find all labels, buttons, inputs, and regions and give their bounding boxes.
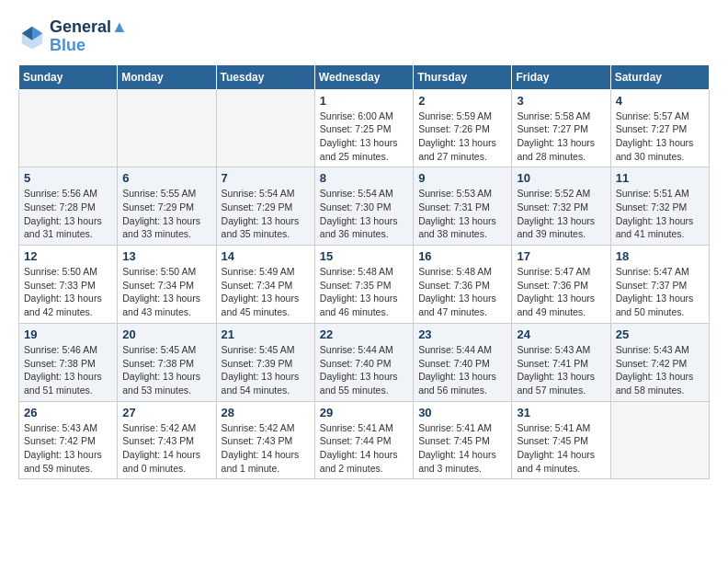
day-number: 5 — [24, 171, 112, 185]
day-number: 25 — [616, 327, 704, 341]
calendar-cell: 13Sunrise: 5:50 AM Sunset: 7:34 PM Dayli… — [118, 246, 216, 324]
day-info: Sunrise: 5:56 AM Sunset: 7:28 PM Dayligh… — [24, 187, 112, 241]
calendar-cell: 10Sunrise: 5:52 AM Sunset: 7:32 PM Dayli… — [512, 167, 610, 246]
day-info: Sunrise: 5:42 AM Sunset: 7:43 PM Dayligh… — [122, 421, 210, 476]
day-info: Sunrise: 5:48 AM Sunset: 7:36 PM Dayligh… — [418, 265, 506, 319]
logo: General▲ Blue — [18, 18, 128, 55]
day-number: 11 — [616, 171, 704, 185]
day-info: Sunrise: 5:43 AM Sunset: 7:42 PM Dayligh… — [616, 343, 704, 397]
day-info: Sunrise: 5:51 AM Sunset: 7:32 PM Dayligh… — [616, 187, 704, 241]
calendar-cell: 29Sunrise: 5:41 AM Sunset: 7:44 PM Dayli… — [314, 401, 413, 479]
calendar-cell: 25Sunrise: 5:43 AM Sunset: 7:42 PM Dayli… — [610, 323, 709, 401]
day-info: Sunrise: 5:44 AM Sunset: 7:40 PM Dayligh… — [418, 343, 506, 397]
calendar-cell — [118, 89, 216, 167]
day-info: Sunrise: 5:45 AM Sunset: 7:39 PM Dayligh… — [222, 343, 310, 397]
calendar-cell: 5Sunrise: 5:56 AM Sunset: 7:28 PM Daylig… — [19, 167, 118, 246]
logo-icon — [18, 23, 46, 51]
calendar-cell: 12Sunrise: 5:50 AM Sunset: 7:33 PM Dayli… — [19, 246, 118, 324]
day-number: 19 — [24, 327, 112, 341]
calendar-cell: 28Sunrise: 5:42 AM Sunset: 7:43 PM Dayli… — [216, 401, 314, 479]
day-number: 1 — [320, 94, 408, 108]
day-number: 27 — [122, 406, 210, 419]
calendar-cell: 9Sunrise: 5:53 AM Sunset: 7:31 PM Daylig… — [414, 167, 512, 246]
day-info: Sunrise: 5:50 AM Sunset: 7:33 PM Dayligh… — [24, 265, 112, 319]
day-info: Sunrise: 5:41 AM Sunset: 7:45 PM Dayligh… — [517, 421, 605, 476]
day-info: Sunrise: 5:48 AM Sunset: 7:35 PM Dayligh… — [320, 265, 408, 319]
calendar-cell: 7Sunrise: 5:54 AM Sunset: 7:29 PM Daylig… — [216, 167, 314, 246]
day-info: Sunrise: 5:57 AM Sunset: 7:27 PM Dayligh… — [616, 109, 704, 164]
day-number: 7 — [222, 171, 310, 185]
col-header-monday: Monday — [118, 64, 216, 89]
day-info: Sunrise: 5:41 AM Sunset: 7:45 PM Dayligh… — [418, 421, 506, 476]
day-number: 12 — [24, 249, 112, 263]
day-info: Sunrise: 5:59 AM Sunset: 7:26 PM Dayligh… — [418, 109, 506, 164]
day-info: Sunrise: 5:41 AM Sunset: 7:44 PM Dayligh… — [320, 421, 408, 476]
calendar-cell: 4Sunrise: 5:57 AM Sunset: 7:27 PM Daylig… — [610, 89, 709, 167]
day-info: Sunrise: 5:47 AM Sunset: 7:37 PM Dayligh… — [616, 265, 704, 319]
day-info: Sunrise: 5:52 AM Sunset: 7:32 PM Dayligh… — [517, 187, 605, 241]
calendar-cell — [610, 401, 709, 479]
day-info: Sunrise: 5:49 AM Sunset: 7:34 PM Dayligh… — [222, 265, 310, 319]
calendar-cell — [216, 89, 314, 167]
day-info: Sunrise: 5:42 AM Sunset: 7:43 PM Dayligh… — [222, 421, 310, 476]
day-number: 21 — [222, 327, 310, 341]
calendar-cell: 24Sunrise: 5:43 AM Sunset: 7:41 PM Dayli… — [512, 323, 610, 401]
day-number: 24 — [517, 327, 605, 341]
day-info: Sunrise: 5:47 AM Sunset: 7:36 PM Dayligh… — [517, 265, 605, 319]
day-number: 17 — [517, 249, 605, 263]
calendar-cell: 11Sunrise: 5:51 AM Sunset: 7:32 PM Dayli… — [610, 167, 709, 246]
day-info: Sunrise: 5:43 AM Sunset: 7:41 PM Dayligh… — [517, 343, 605, 397]
calendar-cell: 14Sunrise: 5:49 AM Sunset: 7:34 PM Dayli… — [216, 246, 314, 324]
col-header-tuesday: Tuesday — [216, 64, 314, 89]
calendar-cell: 17Sunrise: 5:47 AM Sunset: 7:36 PM Dayli… — [512, 246, 610, 324]
day-number: 13 — [122, 249, 210, 263]
calendar-cell: 6Sunrise: 5:55 AM Sunset: 7:29 PM Daylig… — [118, 167, 216, 246]
day-number: 23 — [418, 327, 506, 341]
calendar-cell: 26Sunrise: 5:43 AM Sunset: 7:42 PM Dayli… — [19, 401, 118, 479]
col-header-sunday: Sunday — [19, 64, 118, 89]
col-header-friday: Friday — [512, 64, 610, 89]
day-number: 14 — [222, 249, 310, 263]
day-number: 28 — [222, 406, 310, 419]
day-number: 26 — [24, 406, 112, 419]
day-info: Sunrise: 5:43 AM Sunset: 7:42 PM Dayligh… — [24, 421, 112, 476]
day-info: Sunrise: 5:53 AM Sunset: 7:31 PM Dayligh… — [418, 187, 506, 241]
day-number: 18 — [616, 249, 704, 263]
day-info: Sunrise: 5:54 AM Sunset: 7:29 PM Dayligh… — [222, 187, 310, 241]
day-number: 22 — [320, 327, 408, 341]
day-number: 9 — [418, 171, 506, 185]
calendar-cell: 3Sunrise: 5:58 AM Sunset: 7:27 PM Daylig… — [512, 89, 610, 167]
calendar-cell: 21Sunrise: 5:45 AM Sunset: 7:39 PM Dayli… — [216, 323, 314, 401]
col-header-wednesday: Wednesday — [314, 64, 413, 89]
day-info: Sunrise: 5:45 AM Sunset: 7:38 PM Dayligh… — [122, 343, 210, 397]
day-number: 6 — [122, 171, 210, 185]
day-number: 3 — [517, 94, 605, 108]
day-info: Sunrise: 5:44 AM Sunset: 7:40 PM Dayligh… — [320, 343, 408, 397]
day-number: 10 — [517, 171, 605, 185]
logo-text: General▲ Blue — [50, 18, 128, 55]
calendar-cell: 23Sunrise: 5:44 AM Sunset: 7:40 PM Dayli… — [414, 323, 512, 401]
col-header-saturday: Saturday — [610, 64, 709, 89]
day-number: 29 — [320, 406, 408, 419]
calendar-cell: 8Sunrise: 5:54 AM Sunset: 7:30 PM Daylig… — [314, 167, 413, 246]
day-number: 20 — [122, 327, 210, 341]
day-number: 30 — [418, 406, 506, 419]
calendar-cell: 15Sunrise: 5:48 AM Sunset: 7:35 PM Dayli… — [314, 246, 413, 324]
day-number: 31 — [517, 406, 605, 419]
day-info: Sunrise: 5:58 AM Sunset: 7:27 PM Dayligh… — [517, 109, 605, 164]
calendar-cell: 20Sunrise: 5:45 AM Sunset: 7:38 PM Dayli… — [118, 323, 216, 401]
day-number: 2 — [418, 94, 506, 108]
day-number: 8 — [320, 171, 408, 185]
day-info: Sunrise: 5:55 AM Sunset: 7:29 PM Dayligh… — [122, 187, 210, 241]
calendar-cell — [19, 89, 118, 167]
day-info: Sunrise: 5:50 AM Sunset: 7:34 PM Dayligh… — [122, 265, 210, 319]
calendar-cell: 1Sunrise: 6:00 AM Sunset: 7:25 PM Daylig… — [314, 89, 413, 167]
calendar-cell: 31Sunrise: 5:41 AM Sunset: 7:45 PM Dayli… — [512, 401, 610, 479]
calendar-cell: 16Sunrise: 5:48 AM Sunset: 7:36 PM Dayli… — [414, 246, 512, 324]
col-header-thursday: Thursday — [414, 64, 512, 89]
day-number: 16 — [418, 249, 506, 263]
calendar-table: SundayMondayTuesdayWednesdayThursdayFrid… — [18, 64, 710, 480]
page-header: General▲ Blue — [18, 18, 710, 55]
calendar-cell: 22Sunrise: 5:44 AM Sunset: 7:40 PM Dayli… — [314, 323, 413, 401]
day-info: Sunrise: 5:54 AM Sunset: 7:30 PM Dayligh… — [320, 187, 408, 241]
